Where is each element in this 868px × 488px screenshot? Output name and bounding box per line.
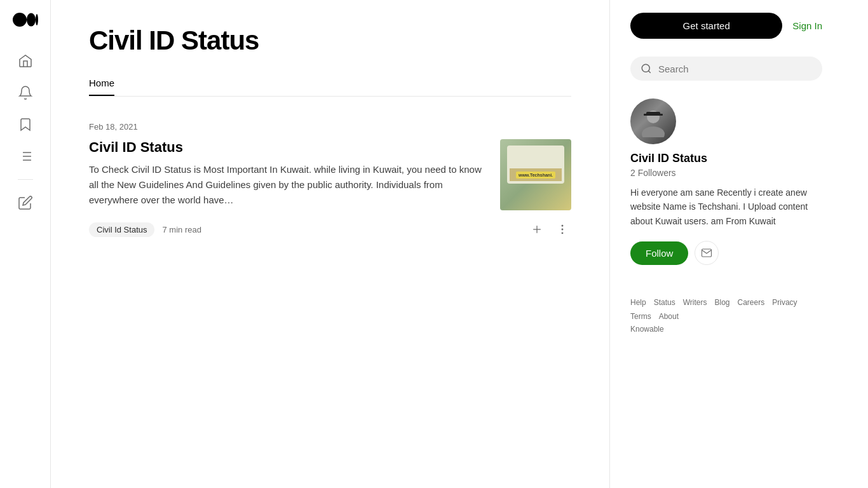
save-article-icon[interactable] — [528, 220, 546, 238]
footer-link-privacy[interactable]: Privacy — [772, 298, 797, 307]
footer-link-help[interactable]: Help — [630, 298, 646, 307]
search-input[interactable] — [658, 64, 812, 74]
article-body: Civil ID Status To Check Civil ID Status… — [89, 139, 485, 208]
author-bio: Hi everyone am sane Recently i create an… — [630, 186, 822, 228]
footer-links-row: Help Status Writers Blog Careers Privacy… — [630, 298, 822, 321]
notifications-nav-icon[interactable] — [13, 80, 38, 105]
svg-line-15 — [648, 71, 650, 72]
author-followers: 2 Followers — [630, 168, 822, 178]
tab-home[interactable]: Home — [89, 71, 114, 96]
article-thumbnail[interactable]: www.Techshani. — [500, 139, 571, 210]
right-sidebar: Get started Sign In Civil ID Status 2 Fo… — [610, 0, 843, 488]
main-content: Civil ID Status Home Feb 18, 2021 Civil … — [51, 0, 610, 488]
svg-point-13 — [562, 233, 563, 234]
footer-link-blog[interactable]: Blog — [715, 298, 730, 307]
svg-point-0 — [13, 13, 27, 27]
author-avatar — [630, 98, 676, 144]
article-card: Civil ID Status To Check Civil ID Status… — [89, 139, 571, 210]
page-title: Civil ID Status — [89, 25, 571, 56]
article-date: Feb 18, 2021 — [89, 122, 571, 132]
author-name: Civil ID Status — [630, 152, 822, 165]
left-sidebar — [0, 0, 51, 488]
svg-point-11 — [562, 225, 563, 226]
lists-nav-icon[interactable] — [13, 144, 38, 169]
article-actions — [528, 220, 571, 238]
article-title[interactable]: Civil ID Status — [89, 139, 485, 156]
footer-link-careers[interactable]: Careers — [738, 298, 765, 307]
svg-point-2 — [36, 14, 38, 25]
article-read-time: 7 min read — [162, 225, 201, 234]
author-actions: Follow — [630, 241, 822, 265]
svg-rect-19 — [644, 114, 663, 116]
sign-in-button[interactable]: Sign In — [792, 20, 822, 31]
footer-links: Help Status Writers Blog Careers Privacy… — [630, 285, 822, 334]
thumbnail-badge: www.Techshani. — [516, 172, 555, 179]
article-meta: Civil Id Status 7 min read — [89, 220, 571, 238]
get-started-button[interactable]: Get started — [630, 13, 782, 39]
home-nav-icon[interactable] — [13, 48, 38, 74]
bookmarks-nav-icon[interactable] — [13, 112, 38, 137]
more-options-icon[interactable] — [553, 220, 571, 238]
svg-point-1 — [27, 13, 36, 27]
subscribe-icon-button[interactable] — [695, 241, 719, 265]
write-nav-icon[interactable] — [13, 190, 38, 215]
nav-tabs: Home — [89, 71, 571, 97]
author-avatar-image — [630, 98, 676, 144]
search-bar[interactable] — [630, 57, 822, 81]
medium-logo[interactable] — [13, 13, 38, 29]
svg-point-12 — [562, 229, 563, 230]
svg-point-14 — [642, 64, 649, 72]
search-icon — [641, 63, 652, 74]
auth-buttons: Get started Sign In — [630, 13, 822, 39]
article-tag[interactable]: Civil Id Status — [89, 222, 154, 237]
footer-link-terms[interactable]: Terms — [630, 312, 651, 321]
sidebar-divider — [18, 179, 33, 180]
footer-link-writers[interactable]: Writers — [683, 298, 707, 307]
footer-knowable[interactable]: Knowable — [630, 325, 822, 334]
article-meta-left: Civil Id Status 7 min read — [89, 222, 201, 237]
follow-button[interactable]: Follow — [630, 241, 688, 265]
footer-link-about[interactable]: About — [659, 312, 679, 321]
thumbnail-image: www.Techshani. — [500, 139, 571, 210]
article-excerpt: To Check Civil ID Status is Most Importa… — [89, 162, 485, 208]
svg-point-17 — [642, 126, 665, 137]
footer-link-status[interactable]: Status — [654, 298, 675, 307]
